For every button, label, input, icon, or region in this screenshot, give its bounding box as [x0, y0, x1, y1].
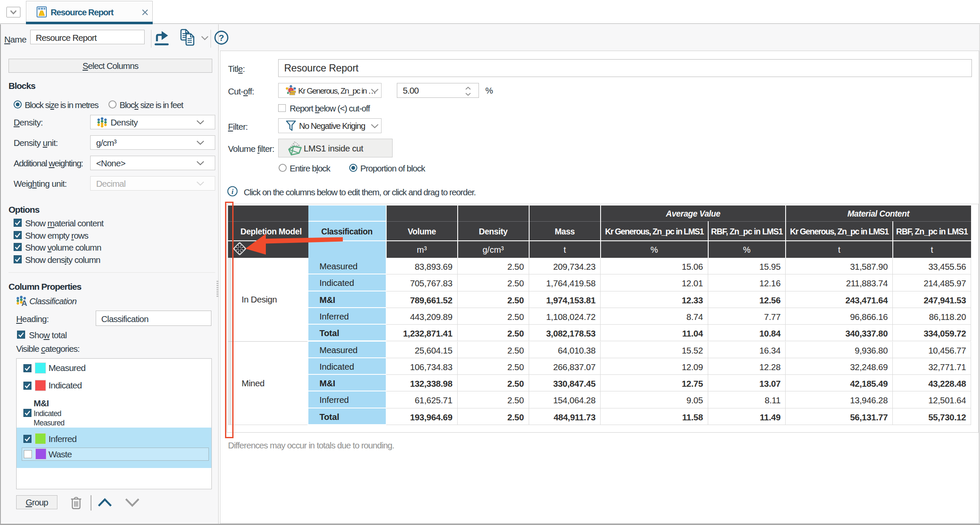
svg-text:?: ?: [219, 33, 224, 43]
svg-text:i: i: [231, 188, 234, 196]
svg-text:A: A: [21, 299, 27, 308]
